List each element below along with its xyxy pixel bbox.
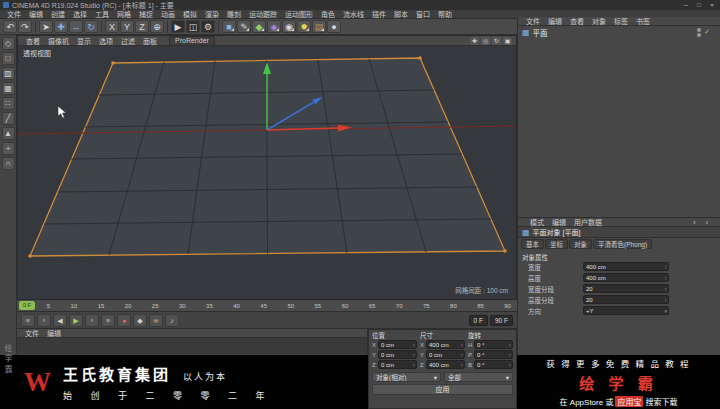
coordinate-input[interactable]: 0 cm↕ (378, 350, 417, 359)
object-manager-menu-item[interactable]: 标签 (610, 17, 632, 25)
playhead-marker[interactable]: 0 F (19, 301, 35, 310)
deformer-icon[interactable]: ◈ (267, 20, 281, 33)
attribute-input[interactable]: 400 cm↕ (583, 273, 669, 282)
attribute-section-header[interactable]: 对象属性 (518, 250, 720, 261)
stepper-icon[interactable]: ↕ (509, 352, 512, 358)
spline-pen-icon[interactable]: ✎ (237, 20, 251, 33)
coordinate-input[interactable]: 400 cm↕ (426, 360, 465, 369)
stepper-icon[interactable]: ↕ (413, 342, 416, 348)
z-axis-button[interactable]: Z (135, 20, 149, 33)
viewport-menu-item[interactable]: 面板 (139, 36, 161, 46)
coordinate-input[interactable]: 0 °↕ (474, 340, 513, 349)
attribute-input[interactable]: 20↕ (583, 284, 669, 293)
redo-icon[interactable]: ↷ (18, 20, 32, 33)
enabled-check-icon[interactable]: ✓ (704, 28, 710, 36)
edges-mode-icon[interactable]: ╱ (2, 112, 15, 125)
viewport-menu-item[interactable]: 查看 (22, 36, 44, 46)
stepper-icon[interactable]: ↕ (509, 362, 512, 368)
attribute-input[interactable]: 20↕ (583, 295, 669, 304)
goto-end-button[interactable]: » (101, 314, 115, 327)
menu-item[interactable]: 窗口 (412, 10, 434, 18)
stepper-icon[interactable]: ↕ (509, 342, 512, 348)
render-settings-icon[interactable]: ⚙ (201, 20, 215, 33)
attribute-tab[interactable]: 对象 (569, 239, 592, 249)
visibility-dots-icon[interactable] (697, 28, 701, 37)
points-mode-icon[interactable]: ∷ (2, 97, 15, 110)
workplane-mode-icon[interactable]: ▦ (2, 82, 15, 95)
history-forward-icon[interactable]: › (702, 218, 712, 226)
coordinate-input[interactable]: 0 cm↕ (378, 360, 417, 369)
pan-view-icon[interactable]: ✚ (470, 37, 479, 45)
coordinate-system-icon[interactable]: ⊕ (150, 20, 164, 33)
menu-item[interactable]: 脚本 (390, 10, 412, 18)
stepper-icon[interactable]: ↕ (665, 264, 668, 270)
viewport-canvas[interactable]: 透视视图 网格间距 : 100 cm (18, 46, 516, 299)
attribute-tab[interactable]: 平滑着色(Phong) (593, 239, 652, 249)
viewport-menu-item[interactable]: 显示 (73, 36, 95, 46)
object-manager-menu-item[interactable]: 书签 (632, 17, 654, 25)
attribute-input[interactable]: +Y▾ (583, 306, 669, 315)
minimize-button[interactable]: ─ (681, 0, 691, 10)
menu-item[interactable]: 帮助 (434, 10, 456, 18)
stepper-icon[interactable]: ↕ (413, 352, 416, 358)
attribute-menu-item[interactable]: 模式 (526, 218, 548, 226)
menu-item[interactable]: 渲染 (201, 10, 223, 18)
stepper-icon[interactable]: ↕ (413, 362, 416, 368)
attribute-tab[interactable]: 基本 (521, 239, 544, 249)
attribute-input[interactable]: 400 cm↕ (583, 262, 669, 271)
live-selection-icon[interactable]: ➤ (39, 20, 53, 33)
menu-item[interactable]: 工具 (91, 10, 113, 18)
environment-icon[interactable]: ▤ (312, 20, 326, 33)
menu-item[interactable]: 捕捉 (135, 10, 157, 18)
attribute-tab[interactable]: 坐标 (545, 239, 568, 249)
menu-item[interactable]: 插件 (368, 10, 390, 18)
maximize-view-icon[interactable]: ▣ (503, 37, 512, 45)
close-button[interactable]: × (707, 0, 717, 10)
rotate-tool-icon[interactable]: ↻ (84, 20, 98, 33)
prev-frame-button[interactable]: ◀ (53, 314, 67, 327)
start-frame-field[interactable]: 0 F (469, 315, 488, 326)
coordinate-input[interactable]: 0 °↕ (474, 360, 513, 369)
menu-item[interactable]: 雕刻 (223, 10, 245, 18)
coord-scope-dropdown[interactable]: 全部▾ (444, 372, 513, 382)
record-button[interactable]: ● (117, 314, 131, 327)
history-back-icon[interactable]: ‹ (689, 218, 699, 226)
generator-icon[interactable]: ◆ (252, 20, 266, 33)
make-editable-icon[interactable]: ◇ (2, 37, 15, 50)
object-manager-menu-item[interactable]: 文件 (522, 17, 544, 25)
attribute-menu-item[interactable]: 用户数据 (570, 218, 606, 226)
render-view-icon[interactable]: ▶ (171, 20, 185, 33)
object-manager-menu-item[interactable]: 查看 (566, 17, 588, 25)
sound-button[interactable]: ♪ (165, 314, 179, 327)
viewport-menu-item[interactable]: 摄像机 (44, 36, 73, 46)
menu-item[interactable]: 角色 (317, 10, 339, 18)
render-picture-icon[interactable]: ◫ (186, 20, 200, 33)
y-axis-button[interactable]: Y (120, 20, 134, 33)
stepper-icon[interactable]: ↕ (461, 362, 464, 368)
undo-icon[interactable]: ↶ (3, 20, 17, 33)
menu-item[interactable]: 运动跟踪 (245, 10, 281, 18)
polygons-mode-icon[interactable]: ▲ (2, 127, 15, 140)
menu-item[interactable]: 网格 (113, 10, 135, 18)
maximize-button[interactable]: □ (694, 0, 704, 10)
scale-tool-icon[interactable]: ↔ (69, 20, 83, 33)
apply-button[interactable]: 应用 (372, 384, 513, 395)
loop-button[interactable]: ∞ (149, 314, 163, 327)
object-manager-menu-item[interactable]: 对象 (588, 17, 610, 25)
prev-key-button[interactable]: ‹ (37, 314, 51, 327)
stepper-icon[interactable]: ↕ (461, 352, 464, 358)
x-axis-button[interactable]: X (105, 20, 119, 33)
object-row-plane[interactable]: ▦ 平面 ✓ (518, 26, 720, 38)
menu-item[interactable]: 选择 (69, 10, 91, 18)
material-menu-item[interactable]: 编辑 (43, 329, 65, 337)
play-button[interactable]: ▶ (69, 314, 83, 327)
attribute-menu-item[interactable]: 编辑 (548, 218, 570, 226)
stepper-icon[interactable]: ↕ (461, 342, 464, 348)
model-mode-icon[interactable]: □ (2, 52, 15, 65)
cube-primitive-icon[interactable]: ■ (222, 20, 236, 33)
coord-mode-dropdown[interactable]: 对象(相对)▾ (372, 372, 441, 382)
stepper-icon[interactable]: ↕ (665, 286, 668, 292)
coordinate-input[interactable]: 0 cm↕ (426, 350, 465, 359)
keyframe-button[interactable]: ◆ (133, 314, 147, 327)
material-icon[interactable]: ● (327, 20, 341, 33)
